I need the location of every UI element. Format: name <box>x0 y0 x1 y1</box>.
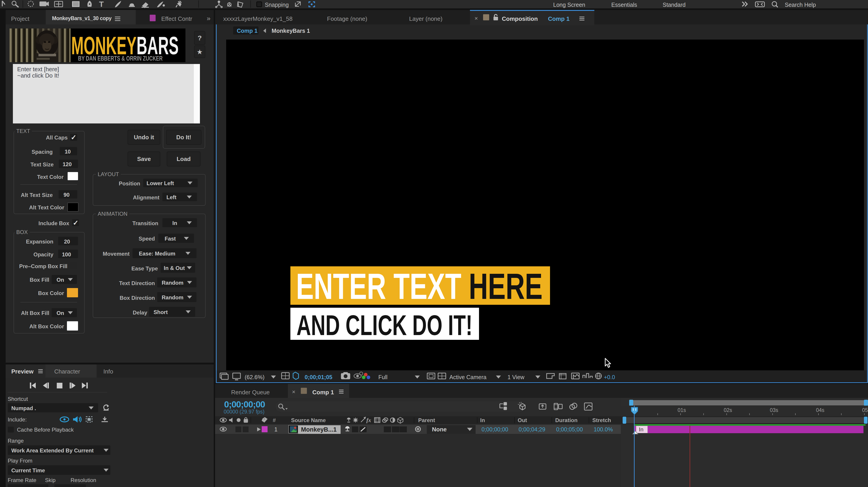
svg-text:AND CLICK DO IT!: AND CLICK DO IT! <box>297 309 472 341</box>
svg-text:ENTER TEXT HERE: ENTER TEXT HERE <box>296 266 542 306</box>
svg-text:Stretch: Stretch <box>592 417 611 423</box>
svg-text:0;00;00;00: 0;00;00;00 <box>482 426 508 432</box>
svg-text:1: 1 <box>274 426 278 432</box>
svg-text:fx: fx <box>366 417 371 423</box>
svg-text:Source Name: Source Name <box>291 417 326 423</box>
svg-text:Duration: Duration <box>555 417 578 423</box>
svg-text:100.0%: 100.0% <box>594 426 613 432</box>
svg-text:MonkeyB...1: MonkeyB...1 <box>301 426 337 433</box>
svg-text:0;00;04;29: 0;00;04;29 <box>519 426 545 432</box>
svg-text:#: # <box>273 417 276 423</box>
svg-text:0;00;05;00: 0;00;05;00 <box>556 426 583 432</box>
svg-text:Out: Out <box>518 417 527 423</box>
svg-text:In: In <box>480 417 485 423</box>
svg-text:Parent: Parent <box>418 417 435 423</box>
svg-text:None: None <box>432 426 447 433</box>
